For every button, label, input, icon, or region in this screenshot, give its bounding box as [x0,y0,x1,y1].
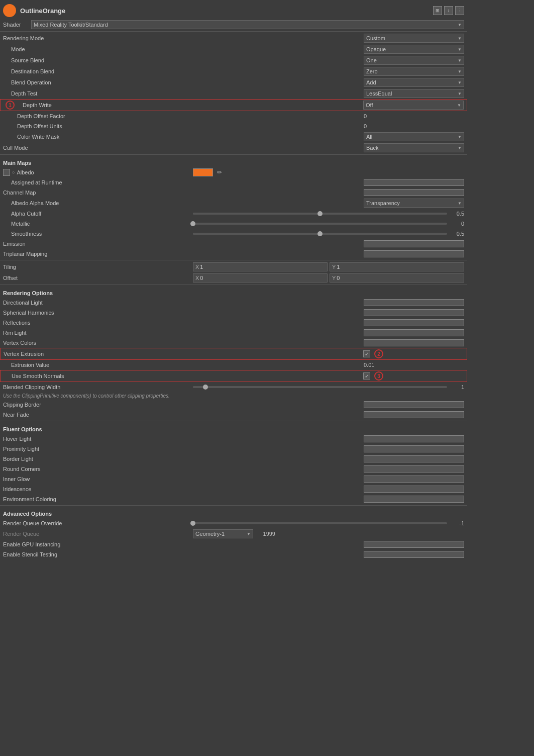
smoothness-label: Smoothness [3,231,193,237]
render-queue-override-row: Render Queue Override -1 [0,518,467,528]
round-corners-label: Round Corners [3,466,364,472]
albedo-edit-icon[interactable]: ✏ [217,169,222,176]
triplanar-mapping-label: Triplanar Mapping [3,251,364,257]
header-icons: ⊞ ↕ ⋮ [433,6,464,15]
rendering-mode-row: Rendering Mode Custom ▼ [0,33,467,44]
round-corners-row: Round Corners [0,464,467,474]
spherical-harmonics-checkbox[interactable] [364,309,464,316]
source-blend-row: Source Blend One ▼ [0,55,467,66]
inner-glow-row: Inner Glow [0,474,467,484]
environment-coloring-row: Environment Coloring [0,494,467,504]
albedo-checkbox[interactable] [3,169,10,176]
header-icon-2[interactable]: ↕ [444,6,453,15]
depth-test-dropdown[interactable]: LessEqual ▼ [364,89,464,98]
use-smooth-normals-checkbox[interactable]: ✓ [363,372,370,380]
assigned-runtime-checkbox[interactable] [364,179,464,186]
near-fade-label: Near Fade [3,412,364,418]
mode-dropdown[interactable]: Opaque ▼ [364,45,464,54]
alpha-cutoff-slider-container: 0.5 [193,211,464,217]
smoothness-slider-container: 0.5 [193,231,464,237]
blend-op-dropdown[interactable]: Add ▼ [364,78,464,87]
round-corners-checkbox[interactable] [364,465,464,472]
render-queue-dropdown-arrow: ▼ [247,532,251,536]
material-title: OutlineOrange [20,7,429,15]
depth-test-value: LessEqual [366,90,392,97]
channel-map-label: Channel Map [3,190,364,196]
color-write-mask-arrow: ▼ [458,135,462,139]
smoothness-track[interactable] [193,233,447,235]
inner-glow-checkbox[interactable] [364,476,464,483]
tiling-label: Tiling [3,264,193,270]
albedo-color-swatch[interactable] [193,168,213,176]
shader-row: Shader Mixed Reality Toolkit/Standard ▼ [0,19,467,30]
metallic-track[interactable] [193,223,447,225]
triplanar-mapping-row: Triplanar Mapping [0,249,467,259]
render-queue-right: Geometry-1 ▼ 1999 [193,529,464,538]
border-light-checkbox[interactable] [364,455,464,462]
reflections-label: Reflections [3,320,364,326]
hover-light-checkbox[interactable] [364,435,464,442]
proximity-light-checkbox[interactable] [364,445,464,452]
vertex-extrusion-checkbox[interactable]: ✓ [363,350,370,357]
fluent-options-section: Fluent Options [0,422,467,434]
depth-offset-units-label: Depth Offset Units [3,123,364,129]
triplanar-mapping-checkbox[interactable] [364,250,464,257]
rendering-mode-dropdown[interactable]: Custom ▼ [364,34,464,43]
directional-light-label: Directional Light [3,300,364,306]
enable-gpu-instancing-checkbox[interactable] [364,541,464,548]
render-queue-override-value: -1 [449,520,464,526]
iridescence-row: Iridescence [0,484,467,494]
cull-mode-row: Cull Mode Back ▼ [0,142,467,153]
offset-y-field[interactable]: Y 0 [330,273,464,282]
tiling-inputs: X 1 Y 1 [193,262,464,271]
vertex-extrusion-label: Vertex Extrusion [4,351,363,357]
border-light-row: Border Light [0,454,467,464]
clipping-border-checkbox[interactable] [364,401,464,408]
alpha-cutoff-track[interactable] [193,213,447,215]
dest-blend-dropdown[interactable]: Zero ▼ [364,67,464,76]
smoothness-row: Smoothness 0.5 [0,229,467,239]
cull-mode-label: Cull Mode [3,145,364,151]
tiling-x-field[interactable]: X 1 [193,262,328,271]
shader-dropdown-arrow: ▼ [458,23,462,27]
metallic-value: 0 [449,221,464,227]
header-icon-1[interactable]: ⊞ [433,6,442,15]
rim-light-checkbox[interactable] [364,329,464,336]
render-queue-row: Render Queue Geometry-1 ▼ 1999 [0,528,467,539]
tiling-y-value: 1 [337,264,340,270]
blended-clipping-value: 1 [449,384,464,390]
source-blend-dropdown[interactable]: One ▼ [364,56,464,65]
reflections-checkbox[interactable] [364,319,464,326]
enable-stencil-testing-label: Enable Stencil Testing [3,551,364,557]
depth-write-dropdown[interactable]: Off ▼ [363,101,464,110]
inspector-panel: OutlineOrange ⊞ ↕ ⋮ Shader Mixed Reality… [0,0,467,561]
channel-map-checkbox[interactable] [364,189,464,196]
header-icon-3[interactable]: ⋮ [455,6,464,15]
dest-blend-label: Destination Blend [3,68,364,74]
color-write-mask-row: Color Write Mask All ▼ [0,131,467,142]
blended-clipping-track[interactable] [193,386,447,388]
main-maps-section: Main Maps [0,156,467,167]
color-write-mask-dropdown[interactable]: All ▼ [364,132,464,141]
render-queue-dropdown[interactable]: Geometry-1 ▼ [193,529,253,538]
albedo-alpha-mode-dropdown[interactable]: Transparency ▼ [364,199,464,208]
vertex-colors-checkbox[interactable] [364,339,464,346]
offset-x-field[interactable]: X 0 [193,273,328,282]
directional-light-checkbox[interactable] [364,299,464,306]
color-write-mask-label: Color Write Mask [3,134,364,140]
cull-mode-dropdown[interactable]: Back ▼ [364,143,464,152]
environment-coloring-checkbox[interactable] [364,496,464,503]
header: OutlineOrange ⊞ ↕ ⋮ [0,2,467,19]
enable-stencil-testing-checkbox[interactable] [364,551,464,558]
albedo-row: ○ Albedo ✏ [0,167,467,177]
near-fade-checkbox[interactable] [364,411,464,418]
environment-coloring-label: Environment Coloring [3,496,364,502]
shader-dropdown[interactable]: Mixed Reality Toolkit/Standard ▼ [31,20,464,29]
render-queue-override-track[interactable] [193,522,447,524]
source-blend-arrow: ▼ [458,58,462,63]
emission-label: Emission [3,241,364,247]
tiling-y-field[interactable]: Y 1 [330,262,464,271]
emission-checkbox[interactable] [364,240,464,247]
albedo-alpha-mode-label: Albedo Alpha Mode [3,200,364,206]
iridescence-checkbox[interactable] [364,486,464,493]
